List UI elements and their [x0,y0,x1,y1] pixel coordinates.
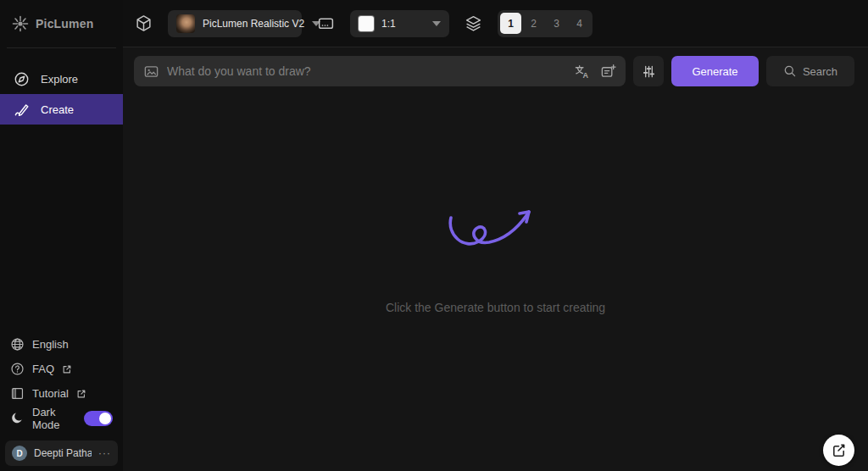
app-window: PicLumen Explore [0,0,868,471]
model-thumbnail [176,14,195,33]
book-icon [10,386,25,401]
prompt-inline-icons: A [574,64,616,80]
topbar: PicLumen Realistic V2 1:1 [123,0,868,47]
dark-mode-label: Dark Mode [32,406,71,431]
generate-button[interactable]: Generate [671,56,759,86]
model-cube-icon [135,14,153,32]
brand-name: PicLumen [36,17,94,30]
feedback-compose-button[interactable] [823,435,854,466]
sidebar-footer: English FAQ [0,332,123,434]
layers-icon [465,14,482,32]
search-label: Search [803,65,837,78]
ratio-value: 1:1 [381,18,425,30]
ratio-swatch [359,16,374,31]
question-circle-icon [10,362,25,376]
prompt-input[interactable] [167,64,566,78]
dark-mode-toggle[interactable] [84,411,113,426]
avatar: D [12,446,27,461]
ratio-selector-dropdown[interactable]: 1:1 [350,10,449,37]
main-area: PicLumen Realistic V2 1:1 [123,0,868,471]
user-name: Deepti Pathak [34,447,92,459]
model-name: PicLumen Realistic V2 [203,18,304,30]
canvas-hint-text: Click the Generate button to start creat… [386,301,605,314]
sidebar-item-label: Explore [41,73,78,86]
count-option-3[interactable]: 3 [546,13,567,34]
tutorial-link[interactable]: Tutorial [0,381,123,406]
aspect-ratio-icon [317,14,335,32]
dark-mode-row: Dark Mode [0,406,123,430]
sidebar-nav: Explore Create [0,48,123,125]
search-button[interactable]: Search [766,56,854,86]
model-selector-dropdown[interactable]: PicLumen Realistic V2 [168,10,302,37]
user-profile[interactable]: D Deepti Pathak ··· [5,441,118,466]
sidebar-spacer [0,125,123,332]
image-icon[interactable] [143,64,159,80]
tutorial-label: Tutorial [32,387,69,400]
starburst-logo-icon [12,15,29,32]
moon-icon [10,411,25,425]
image-count-selector: 1 2 3 4 [498,10,593,37]
globe-icon [10,337,25,352]
arrow-doodle [445,201,547,260]
translate-icon[interactable]: A [574,64,590,80]
chevron-down-icon [432,21,441,26]
toggle-knob [99,413,111,424]
count-option-4[interactable]: 4 [569,13,590,34]
brand-logo[interactable]: PicLumen [0,0,123,47]
language-selector[interactable]: English [0,332,123,357]
external-link-icon [62,364,72,374]
sidebar-item-explore[interactable]: Explore [0,64,123,94]
count-option-2[interactable]: 2 [523,13,544,34]
user-menu-ellipsis[interactable]: ··· [98,447,111,459]
sidebar-item-label: Create [41,103,74,116]
external-link-icon [76,389,86,399]
advanced-settings-button[interactable] [633,56,664,86]
count-option-1[interactable]: 1 [500,13,521,34]
pen-squiggle-icon [14,102,30,118]
prompt-enhance-icon[interactable] [600,64,616,80]
sidebar-item-create[interactable]: Create [0,94,123,125]
prompt-box: A [134,56,626,86]
compass-icon [14,71,30,87]
prompt-row: A Gen [123,47,868,95]
svg-text:A: A [582,70,588,79]
sidebar: PicLumen Explore [0,0,123,471]
language-label: English [32,338,69,351]
faq-link[interactable]: FAQ [0,357,123,381]
faq-label: FAQ [32,363,54,375]
empty-canvas: Click the Generate button to start creat… [123,95,868,471]
